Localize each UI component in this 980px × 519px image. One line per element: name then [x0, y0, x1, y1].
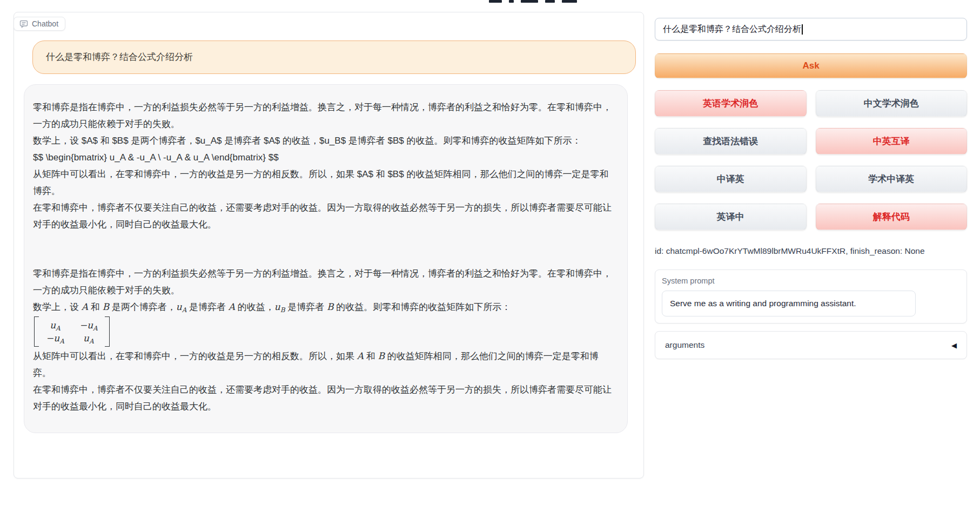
accordion-label: arguments — [665, 340, 704, 350]
chatbot-label-badge: Chatbot — [14, 17, 65, 31]
control-panel: 什么是零和博弈？结合公式介绍分析 Ask 英语学术润色中文学术润色查找语法错误中… — [655, 18, 967, 359]
response-paragraph: 零和博弈是指在博弈中，一方的利益损失必然等于另一方的利益增益。换言之，对于每一种… — [33, 99, 614, 132]
collapse-arrow-icon[interactable]: ◀ — [951, 342, 957, 349]
quick-actions-grid: 英语学术润色中文学术润色查找语法错误中英互译中译英学术中译英英译中解释代码 — [655, 90, 967, 230]
text-caret — [802, 24, 803, 35]
payoff-matrix: uA−uA−uAuA — [34, 316, 110, 347]
response-paragraph: 在零和博弈中，博弈者不仅要关注自己的收益，还需要考虑对手的收益。因为一方取得的收… — [33, 199, 614, 233]
quick-action-button[interactable]: 解释代码 — [816, 204, 968, 230]
chatbot-panel: Chatbot 什么是零和博弈？结合公式介绍分析 零和博弈是指在博弈中，一方的利… — [14, 12, 644, 478]
response-paragraph: $$ \begin{bmatrix} u_A & -u_A \ -u_A & u… — [33, 149, 614, 166]
user-message-bubble: 什么是零和博弈？结合公式介绍分析 — [32, 41, 636, 74]
prompt-input[interactable]: 什么是零和博弈？结合公式介绍分析 — [655, 18, 967, 41]
response-paragraph: 数学上，设 $A$ 和 $B$ 是两个博弈者，$u_A$ 是博弈者 $A$ 的收… — [33, 132, 614, 149]
chatbot-label: Chatbot — [32, 19, 58, 28]
response-paragraph: 从矩阵中可以看出，在零和博弈中，一方的收益是另一方的相反数。所以，如果 $A$ … — [33, 166, 614, 199]
response-paragraph: 零和博弈是指在博弈中，一方的利益损失必然等于另一方的利益增益。换言之，对于每一种… — [33, 265, 614, 299]
math-variable: uA — [176, 301, 187, 312]
math-variable: A — [229, 301, 235, 312]
quick-action-button[interactable]: 英译中 — [655, 204, 807, 230]
bot-message-content: 零和博弈是指在博弈中，一方的利益损失必然等于另一方的利益增益。换言之，对于每一种… — [33, 99, 614, 415]
quick-action-button[interactable]: 中文学术润色 — [816, 90, 968, 117]
user-message-text: 什么是零和博弈？结合公式介绍分析 — [46, 52, 193, 62]
math-variable: B — [327, 301, 334, 312]
system-prompt-group: System prompt Serve me as a writing and … — [655, 269, 967, 323]
status-line: id: chatcmpl-6wOo7KrYTwMl89lbrMWRu4UkFFX… — [655, 246, 967, 256]
bot-message-bubble: 零和博弈是指在博弈中，一方的利益损失必然等于另一方的利益增益。换言之，对于每一种… — [24, 84, 628, 433]
message-list: 什么是零和博弈？结合公式介绍分析 零和博弈是指在博弈中，一方的利益损失必然等于另… — [14, 12, 643, 433]
prompt-input-value: 什么是零和博弈？结合公式介绍分析 — [663, 24, 801, 35]
ask-button[interactable]: Ask — [655, 53, 967, 78]
quick-action-button[interactable]: 学术中译英 — [816, 166, 968, 192]
clipped-title-fragment — [489, 0, 577, 3]
arguments-accordion[interactable]: arguments ◀ — [655, 331, 967, 359]
response-section: 零和博弈是指在博弈中，一方的利益损失必然等于另一方的利益增益。换言之，对于每一种… — [33, 99, 614, 233]
system-prompt-value: Serve me as a writing and programming as… — [670, 299, 856, 308]
response-paragraph: 从矩阵中可以看出，在零和博弈中，一方的收益是另一方的相反数。所以，如果 A 和 … — [33, 348, 614, 381]
math-variable: uB — [274, 301, 285, 312]
response-paragraph: uA−uA−uAuA — [33, 315, 614, 348]
math-variable: B — [102, 301, 109, 312]
quick-action-button[interactable]: 查找语法错误 — [655, 128, 807, 154]
quick-action-button[interactable]: 英语学术润色 — [655, 90, 807, 117]
response-section: 零和博弈是指在博弈中，一方的利益损失必然等于另一方的利益增益。换言之，对于每一种… — [33, 265, 614, 415]
system-prompt-label: System prompt — [662, 277, 960, 285]
math-variable: A — [357, 351, 364, 361]
quick-action-button[interactable]: 中译英 — [655, 166, 807, 192]
math-variable: uA — [50, 320, 61, 331]
math-variable: A — [82, 301, 88, 312]
response-paragraph: 在零和博弈中，博弈者不仅要关注自己的收益，还需要考虑对手的收益。因为一方取得的收… — [33, 381, 614, 415]
quick-action-button[interactable]: 中英互译 — [816, 128, 968, 154]
math-variable: uA — [53, 333, 64, 343]
response-paragraph: 数学上，设 A 和 B 是两个博弈者，uA 是博弈者 A 的收益，uB 是博弈者… — [33, 299, 614, 315]
math-variable: uA — [87, 320, 98, 331]
math-variable: B — [378, 351, 385, 361]
math-variable: uA — [83, 333, 94, 343]
system-prompt-input[interactable]: Serve me as a writing and programming as… — [662, 291, 916, 316]
chat-bubble-icon — [19, 19, 28, 28]
